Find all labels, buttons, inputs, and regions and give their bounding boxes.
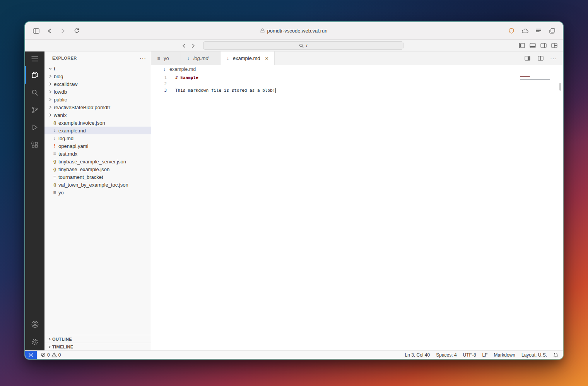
status-eol[interactable]: LF bbox=[482, 352, 488, 358]
line-number: 2 bbox=[151, 81, 167, 86]
reload-button[interactable] bbox=[72, 26, 81, 36]
sidebar-item-run-debug[interactable] bbox=[25, 118, 44, 136]
editor-code-area[interactable]: 1 # Example 2 3 This markdown file is st… bbox=[151, 74, 563, 350]
remote-icon bbox=[28, 352, 34, 358]
customize-layout-icon[interactable] bbox=[550, 41, 558, 50]
notifications-bell-icon[interactable] bbox=[553, 352, 558, 358]
outline-section[interactable]: OUTLINE bbox=[44, 335, 151, 343]
editor-group: ≡ yo ↓ log.md ↓ example.md × bbox=[151, 51, 563, 350]
tree-item-blog[interactable]: blog bbox=[44, 72, 151, 80]
command-center[interactable]: / bbox=[203, 41, 403, 50]
code-line-1: 1 # Example bbox=[151, 74, 563, 81]
line-number: 1 bbox=[151, 75, 167, 80]
source-control-icon bbox=[31, 106, 39, 114]
status-language[interactable]: Markdown bbox=[494, 352, 515, 358]
hamburger-icon bbox=[31, 56, 38, 62]
tree-item-public[interactable]: public bbox=[44, 96, 151, 103]
chevron-right-icon bbox=[47, 337, 52, 341]
chevron-right-icon bbox=[48, 74, 53, 79]
search-icon bbox=[299, 43, 304, 48]
tree-item-yo[interactable]: ≡ yo bbox=[44, 189, 151, 196]
split-editor-icon[interactable] bbox=[536, 54, 545, 63]
chevron-right-icon bbox=[48, 97, 53, 102]
problems-indicator[interactable]: 0 0 bbox=[41, 352, 61, 358]
chevron-right-icon bbox=[48, 105, 53, 110]
tab-bar: ≡ yo ↓ log.md ↓ example.md × bbox=[151, 51, 563, 65]
close-icon[interactable]: × bbox=[263, 55, 270, 62]
file-icon: ≡ bbox=[51, 190, 58, 195]
status-cursor-position[interactable]: Ln 3, Col 40 bbox=[405, 352, 430, 358]
markdown-file-icon: ↓ bbox=[225, 56, 231, 61]
tab-log-md[interactable]: ↓ log.md bbox=[181, 51, 220, 65]
tree-item-tinybase-example-json[interactable]: {} tinybase_example.json bbox=[44, 165, 151, 173]
sidebar-item-explorer[interactable] bbox=[25, 66, 44, 84]
tab-yo[interactable]: ≡ yo bbox=[151, 51, 181, 65]
tree-item-test-mdx[interactable]: ≡ test.mdx bbox=[44, 150, 151, 158]
breadcrumb[interactable]: ↓ example.md bbox=[151, 65, 563, 74]
minimap[interactable] bbox=[518, 74, 563, 350]
account-button[interactable] bbox=[25, 316, 44, 333]
explorer-title: EXPLORER bbox=[52, 56, 77, 60]
scrollbar-thumb[interactable] bbox=[559, 83, 561, 91]
browser-toolbar: pomdtr-vscode.web.val.run bbox=[25, 22, 563, 40]
status-encoding[interactable]: UTF-8 bbox=[463, 352, 476, 358]
tree-item-openapi-yaml[interactable]: ! openapi.yaml bbox=[44, 142, 151, 150]
json-file-icon: {} bbox=[51, 167, 58, 172]
sidebar-toggle-icon[interactable] bbox=[31, 26, 41, 36]
markdown-file-icon: ↓ bbox=[161, 67, 168, 72]
minimap-line bbox=[520, 76, 530, 77]
sidebar-item-search[interactable] bbox=[25, 84, 44, 101]
tree-item-root[interactable]: / bbox=[44, 65, 151, 72]
menu-button[interactable] bbox=[25, 51, 44, 66]
tree-item-log-md[interactable]: ↓ log.md bbox=[44, 134, 151, 142]
address-bar[interactable]: pomdtr-vscode.web.val.run bbox=[25, 22, 563, 39]
tab-example-md[interactable]: ↓ example.md × bbox=[220, 51, 275, 65]
breadcrumb-file: example.md bbox=[169, 67, 196, 72]
tree-item-lowdb[interactable]: lowdb bbox=[44, 88, 151, 96]
editor-forward-button[interactable] bbox=[188, 41, 198, 50]
toggle-panel-icon[interactable] bbox=[529, 41, 537, 50]
back-button[interactable] bbox=[45, 26, 54, 36]
explorer-more-actions-icon[interactable]: ··· bbox=[140, 56, 146, 60]
status-keyboard-layout[interactable]: Layout: U.S. bbox=[521, 352, 547, 358]
tree-item-val-town-by-example-toc-json[interactable]: {} val_town_by_example_toc.json bbox=[44, 181, 151, 189]
file-icon: ≡ bbox=[156, 56, 161, 61]
tree-item-reactivestateblob[interactable]: reactiveStateBlob:pomdtr bbox=[44, 103, 151, 111]
remote-indicator[interactable] bbox=[25, 351, 37, 359]
privacy-shield-icon[interactable] bbox=[507, 26, 516, 36]
tree-item-example-md[interactable]: ↓ example.md bbox=[44, 127, 151, 134]
chevron-right-icon bbox=[48, 82, 53, 86]
run-debug-icon bbox=[31, 124, 39, 131]
more-actions-icon[interactable]: ··· bbox=[549, 54, 558, 63]
settings-button[interactable] bbox=[25, 333, 44, 350]
tree-item-wanix[interactable]: wanix bbox=[44, 111, 151, 119]
toggle-primary-sidebar-icon[interactable] bbox=[518, 41, 526, 50]
file-icon: ≡ bbox=[51, 151, 58, 156]
toggle-secondary-sidebar-icon[interactable] bbox=[540, 41, 547, 50]
tree-item-excalidraw[interactable]: excalidraw bbox=[44, 80, 151, 88]
tree-item-tournament-bracket[interactable]: ≡ tournament_bracket bbox=[44, 173, 151, 181]
tree-item-example-invoice-json[interactable]: {} example.invoice.json bbox=[44, 119, 151, 127]
cloud-icon[interactable] bbox=[520, 26, 530, 36]
markdown-file-icon: ↓ bbox=[51, 128, 58, 133]
timeline-section[interactable]: TIMELINE bbox=[44, 343, 151, 350]
json-file-icon: {} bbox=[51, 121, 58, 125]
sidebar-item-extensions[interactable] bbox=[25, 136, 44, 153]
chevron-right-icon bbox=[48, 89, 53, 94]
code-line-3: 3 This markdown file is stored as a blob… bbox=[151, 87, 563, 94]
reader-icon[interactable] bbox=[534, 26, 543, 36]
activity-bar bbox=[25, 51, 44, 350]
browser-window: pomdtr-vscode.web.val.run bbox=[25, 22, 563, 359]
tree-item-tinybase-example-server-json[interactable]: {} tinybase_example_server.json bbox=[44, 158, 151, 165]
chevron-right-icon bbox=[47, 345, 52, 349]
editor-back-button[interactable] bbox=[179, 41, 188, 50]
explorer-files-icon bbox=[31, 71, 39, 79]
chevron-right-icon bbox=[48, 113, 53, 117]
status-bar: 0 0 Ln 3, Col 40 Spaces: 4 UTF-8 LF Mark… bbox=[25, 350, 563, 359]
minimap-line bbox=[520, 79, 550, 80]
forward-button[interactable] bbox=[58, 26, 68, 36]
tab-overview-icon[interactable] bbox=[547, 26, 557, 36]
status-indentation[interactable]: Spaces: 4 bbox=[436, 352, 456, 358]
sidebar-item-source-control[interactable] bbox=[25, 101, 44, 118]
split-editor-layout-icon[interactable] bbox=[523, 54, 532, 63]
